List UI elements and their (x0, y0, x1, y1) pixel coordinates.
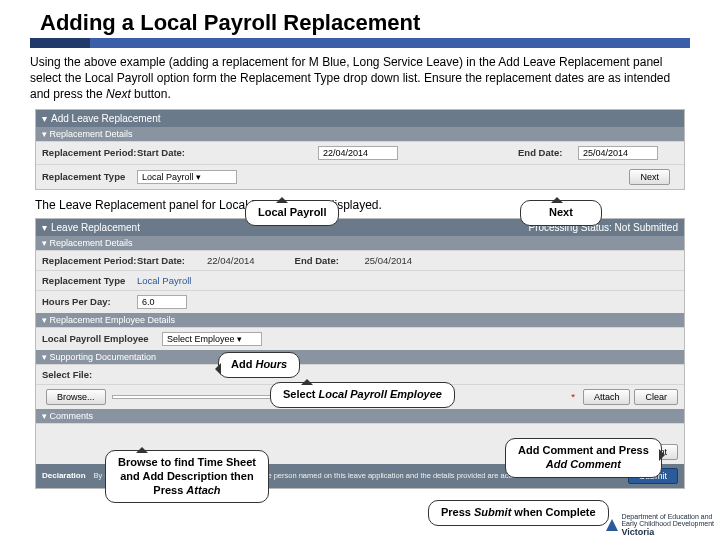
clear-button[interactable]: Clear (634, 389, 678, 405)
required-icon: * (571, 391, 575, 402)
start-date-label: Start Date: (137, 147, 232, 158)
callout-select-employee: Select Local Payroll Employee (270, 382, 455, 408)
type-select[interactable]: Local Payroll ▾ (137, 170, 237, 184)
title-underline (30, 38, 690, 48)
page-title: Adding a Local Payroll Replacement (40, 10, 690, 36)
intro-text: Using the above example (adding a replac… (30, 54, 690, 103)
sub-header-details: ▾ Replacement Details (36, 127, 684, 141)
callout-next: Next (520, 200, 602, 226)
footer-logo: Department of Education and Early Childh… (606, 513, 714, 538)
callout-add-hours: Add Hours (218, 352, 300, 378)
employee-select[interactable]: Select Employee ▾ (162, 332, 262, 346)
period-label2: Replacement Period: (42, 255, 137, 266)
start-date-value: 22/04/2014 (318, 146, 398, 160)
victoria-icon (606, 519, 618, 531)
sub-header-comments: ▾ Comments (36, 409, 684, 423)
type-label: Replacement Type (42, 171, 137, 182)
type-value2: Local Payroll (137, 275, 191, 286)
declaration-label: Declaration (42, 471, 86, 480)
next-button[interactable]: Next (629, 169, 670, 185)
sub-header-details2: ▾ Replacement Details (36, 236, 684, 250)
end-value2: 25/04/2014 (365, 255, 413, 266)
panel-header: ▾Add Leave Replacement (36, 110, 684, 127)
callout-local-payroll: Local Payroll (245, 200, 339, 226)
period-label: Replacement Period: (42, 147, 137, 158)
add-leave-replacement-panel: ▾Add Leave Replacement ▾ Replacement Det… (35, 109, 685, 190)
start-value2: 22/04/2014 (207, 255, 255, 266)
sub-header-employee: ▾ Replacement Employee Details (36, 313, 684, 327)
callout-add-comment: Add Comment and PressAdd Comment (505, 438, 662, 478)
file-label: Select File: (42, 369, 137, 380)
end-label2: End Date: (295, 255, 365, 266)
type-label2: Replacement Type (42, 275, 137, 286)
sub-header-docs: ▾ Supporting Documentation (36, 350, 684, 364)
browse-button[interactable]: Browse... (46, 389, 106, 405)
end-date-label: End Date: (518, 147, 578, 158)
callout-submit: Press Submit when Complete (428, 500, 609, 526)
hours-label: Hours Per Day: (42, 296, 137, 307)
callout-browse-attach: Browse to find Time Sheetand Add Descrip… (105, 450, 269, 503)
hours-input[interactable]: 6.0 (137, 295, 187, 309)
start-label2: Start Date: (137, 255, 207, 266)
end-date-value: 25/04/2014 (578, 146, 658, 160)
attach-button[interactable]: Attach (583, 389, 631, 405)
employee-label: Local Payroll Employee (42, 333, 162, 344)
